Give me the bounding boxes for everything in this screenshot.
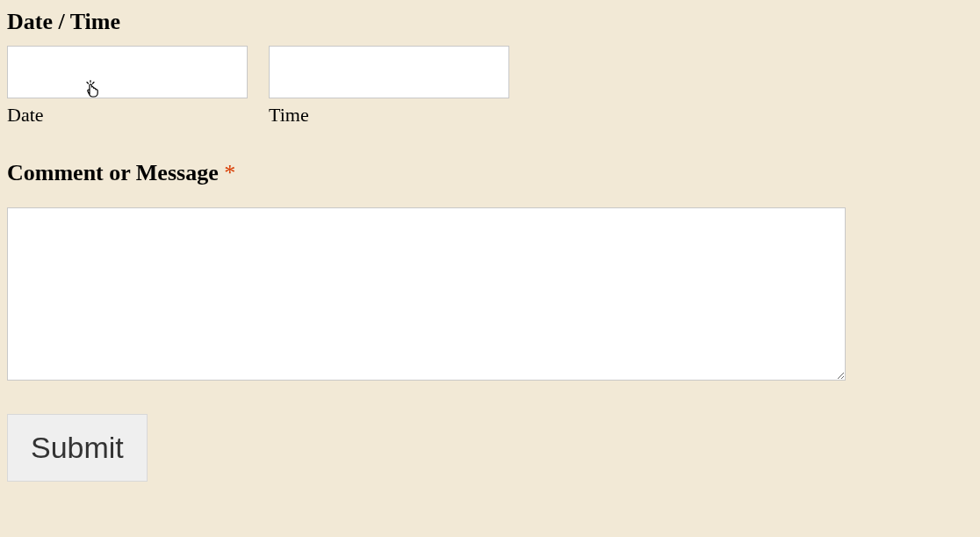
- submit-button[interactable]: Submit: [7, 414, 148, 482]
- comment-heading: Comment or Message *: [7, 160, 973, 186]
- date-time-heading: Date / Time: [7, 9, 973, 35]
- required-mark: *: [224, 160, 235, 185]
- date-input[interactable]: [7, 46, 248, 98]
- date-sub-label: Date: [7, 104, 248, 127]
- time-field-group: Time: [269, 46, 509, 127]
- comment-heading-text: Comment or Message: [7, 160, 224, 185]
- comment-section: Comment or Message *: [7, 160, 973, 384]
- time-sub-label: Time: [269, 104, 509, 127]
- date-time-row: Date Time: [7, 46, 973, 127]
- date-field-group: Date: [7, 46, 248, 127]
- date-time-section: Date / Time Date Time: [7, 9, 973, 127]
- form-container: Date / Time Date Time Comment or Message…: [7, 9, 973, 482]
- time-input[interactable]: [269, 46, 509, 98]
- comment-textarea[interactable]: [7, 207, 846, 381]
